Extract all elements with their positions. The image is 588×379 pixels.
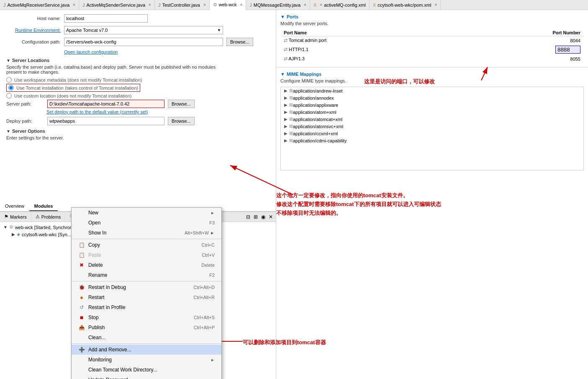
close-icon[interactable]: × [304, 3, 306, 7]
publish-shortcut: Ctrl+Alt+P [194, 325, 215, 330]
server-path-browse-button[interactable]: Browse... [168, 100, 195, 108]
ctx-restart[interactable]: ● Restart Ctrl+Alt+R [72, 292, 221, 302]
host-name-label: Host name: [6, 16, 61, 21]
markers-label: Markers [10, 214, 27, 219]
config-path-label: Configuration path: [6, 39, 61, 44]
ctx-delete[interactable]: ✖ Delete Delete [72, 260, 221, 270]
port-name-ajp: ⇄ AJP/1.3 [280, 55, 459, 63]
host-name-row: Host name: [6, 14, 270, 23]
toolbar-icon-4[interactable]: ✕ [267, 214, 274, 220]
close-icon[interactable]: × [320, 3, 322, 7]
ctx-copy[interactable]: 📋 Copy Ctrl+C [72, 240, 221, 250]
java-icon: J [3, 3, 6, 8]
ctx-monitoring[interactable]: Monitoring ► [72, 355, 221, 365]
java-icon: J [249, 3, 252, 8]
mime-item[interactable]: ▶ ⊞ application/andrew-inset [281, 87, 583, 94]
ctx-new[interactable]: New ► [72, 208, 221, 218]
runtime-env-value: Apache Tomcat v7.0 [66, 28, 108, 33]
radio-custom[interactable] [6, 93, 12, 98]
ctx-open[interactable]: Open F3 [72, 218, 221, 228]
overview-tab[interactable]: Overview [0, 201, 29, 211]
ctx-add-remove[interactable]: ➕ Add and Remove... [72, 345, 221, 355]
ctx-restart-debug-label: Restart in Debug [88, 284, 126, 290]
deploy-browse-button[interactable]: Browse... [168, 117, 195, 125]
ctx-show-in[interactable]: Show In Alt+Shift+W ► [72, 228, 221, 238]
table-row: ⇄ AJP/1.3 8055 [280, 55, 584, 63]
triangle-icon: ▼ [6, 129, 10, 134]
ctx-monitoring-label: Monitoring [88, 357, 112, 363]
mime-type-icon: ⊞ [289, 116, 293, 122]
close-icon[interactable]: × [435, 3, 437, 7]
config-browse-button[interactable]: Browse... [226, 38, 253, 46]
mime-item[interactable]: ▶ ⊞ application/atomsvc+xml [281, 123, 583, 130]
clean-icon [78, 334, 85, 341]
runtime-env-link[interactable]: Runtime Environment: [15, 28, 61, 33]
toolbar-icon-1[interactable]: ⊟ [245, 214, 252, 220]
expand-arrow-icon: ▼ [3, 225, 8, 229]
java-icon: J [158, 3, 161, 8]
ctx-restart-label: Restart [88, 294, 105, 300]
tab-pom[interactable]: X ccytsoft-web-wkc/pom.xml × [370, 0, 441, 10]
rename-icon [78, 272, 85, 278]
mime-type-icon: ⊞ [289, 138, 293, 143]
tab-testcontroller[interactable]: J TestController.java × [155, 0, 210, 10]
mime-item[interactable]: ▶ ⊞ application/atomcat+xml [281, 116, 583, 123]
mime-section: ▼ MIME Mappings Configure MIME type mapp… [276, 67, 588, 379]
toolbar-icon-2[interactable]: ⊞ [252, 214, 259, 220]
table-row: ⇄ HTTP/1.1 [280, 44, 584, 55]
mime-item-label: application/ccxml+xml [293, 131, 338, 136]
deploy-path-input[interactable] [47, 117, 164, 125]
ctx-paste[interactable]: 📋 Paste Ctrl+V [72, 250, 221, 260]
restart-shortcut: Ctrl+Alt+R [193, 295, 215, 300]
radio-tomcat[interactable] [8, 85, 14, 90]
config-path-input[interactable] [64, 38, 223, 46]
tab-activemq-receiver[interactable]: J ActiveMqReceiverService.java × [0, 0, 79, 10]
mime-title-text: MIME Mappings [287, 72, 321, 77]
xml-icon: X [313, 3, 316, 8]
ctx-restart-debug[interactable]: 🐞 Restart in Debug Ctrl+Alt+D [72, 282, 221, 292]
ctx-clean-tomcat[interactable]: Clean Tomcat Work Directory... [72, 365, 221, 375]
close-icon[interactable]: × [203, 3, 206, 7]
port-icon: ⇄ [284, 38, 288, 43]
tab-activemq-sender[interactable]: J ActiveMqSenderService.java × [79, 0, 155, 10]
host-name-input[interactable] [64, 14, 148, 23]
tab-mqmessage[interactable]: J MQMessageEntity.java × [246, 0, 310, 10]
ctx-restart-profile[interactable]: ↺ Restart in Profile [72, 302, 221, 312]
mime-item-label: application/atom+xml [293, 110, 336, 115]
close-icon[interactable]: × [73, 3, 75, 7]
tab-label: ccytsoft-web-wkc/pom.xml [377, 3, 431, 8]
mime-item[interactable]: ▶ ⊞ application/annodex [281, 94, 583, 101]
set-deploy-link[interactable]: Set deploy path to the default value (cu… [46, 109, 270, 114]
ctx-publish[interactable]: 📤 Publish Ctrl+Alt+P [72, 322, 221, 333]
server-path-input[interactable] [47, 100, 164, 108]
problems-icon: ⚠ [36, 214, 40, 219]
close-icon[interactable]: × [149, 3, 151, 7]
close-icon[interactable]: × [240, 3, 243, 7]
ctx-rename[interactable]: Rename F2 [72, 270, 221, 280]
mime-item[interactable]: ▶ ⊞ application/cdmi-capability [281, 137, 583, 144]
mime-item[interactable]: ▶ ⊞ application/ccxml+xml [281, 130, 583, 137]
tab-web-wck[interactable]: ⚙ web-wck × [210, 0, 246, 10]
toolbar-icon-3[interactable]: ◉ [260, 214, 267, 220]
tab-activemq-config[interactable]: X × activeMQ-config.xml [310, 0, 370, 10]
radio-workspace[interactable] [6, 77, 12, 83]
runtime-env-select[interactable]: Apache Tomcat v7.0 ▼ [64, 26, 223, 34]
java-icon: J [82, 3, 85, 8]
server-options-header: ▼ Server Options [6, 129, 270, 134]
mime-item-label: application/andrew-inset [293, 88, 343, 93]
port-http-input[interactable] [555, 46, 580, 54]
bottom-tab-markers[interactable]: ⚑ Markers [0, 212, 31, 222]
bottom-tab-problems[interactable]: ⚠ Problems [31, 212, 65, 222]
ctx-stop[interactable]: ■ Stop Ctrl+Alt+S [72, 312, 221, 322]
debug-icon: 🐞 [78, 284, 85, 291]
mime-type-icon: ⊞ [289, 124, 293, 129]
show-in-shortcut: Alt+Shift+W ► [185, 230, 215, 235]
port-number-http[interactable] [459, 44, 584, 55]
mime-item[interactable]: ▶ ⊞ application/atom+xml [281, 108, 583, 116]
radio-row-3: Use custom location (does not modify Tom… [6, 93, 270, 98]
ctx-clean[interactable]: Clean... [72, 333, 221, 343]
ctx-update-password[interactable]: Update Password... [72, 375, 221, 379]
modules-tab[interactable]: Modules [29, 201, 58, 211]
mime-item[interactable]: ▶ ⊞ application/applixware [281, 101, 583, 108]
open-launch-link[interactable]: Open launch configuration [64, 49, 118, 54]
